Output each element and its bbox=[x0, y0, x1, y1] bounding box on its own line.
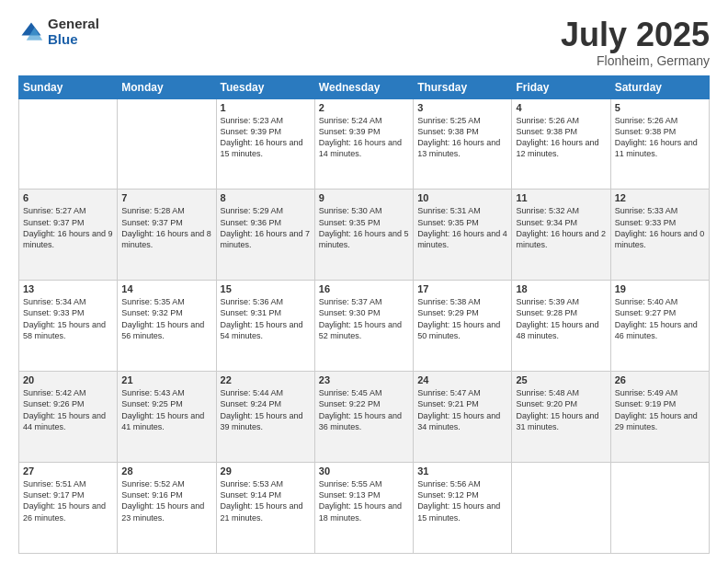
day-number: 14 bbox=[121, 283, 211, 294]
day-info: Sunrise: 5:36 AM Sunset: 9:31 PM Dayligh… bbox=[221, 296, 311, 341]
day-number: 5 bbox=[615, 102, 705, 113]
table-row: 14Sunrise: 5:35 AM Sunset: 9:32 PM Dayli… bbox=[118, 281, 216, 372]
day-info: Sunrise: 5:31 AM Sunset: 9:35 PM Dayligh… bbox=[417, 205, 507, 250]
day-number: 19 bbox=[615, 283, 705, 294]
table-row: 21Sunrise: 5:43 AM Sunset: 9:25 PM Dayli… bbox=[118, 372, 216, 463]
table-row: 19Sunrise: 5:40 AM Sunset: 9:27 PM Dayli… bbox=[610, 281, 709, 372]
day-number: 9 bbox=[319, 192, 409, 203]
table-row: 16Sunrise: 5:37 AM Sunset: 9:30 PM Dayli… bbox=[314, 281, 413, 372]
day-number: 21 bbox=[121, 374, 211, 385]
table-row: 31Sunrise: 5:56 AM Sunset: 9:12 PM Dayli… bbox=[414, 463, 512, 554]
col-sunday: Sunday bbox=[19, 75, 118, 98]
day-number: 18 bbox=[516, 283, 606, 294]
day-info: Sunrise: 5:45 AM Sunset: 9:22 PM Dayligh… bbox=[319, 387, 409, 432]
day-number: 8 bbox=[221, 192, 311, 203]
table-row: 3Sunrise: 5:25 AM Sunset: 9:38 PM Daylig… bbox=[414, 98, 512, 190]
day-number: 6 bbox=[23, 192, 113, 203]
day-number: 24 bbox=[417, 374, 507, 385]
table-row: 15Sunrise: 5:36 AM Sunset: 9:31 PM Dayli… bbox=[216, 281, 314, 372]
day-number: 13 bbox=[23, 283, 113, 294]
table-row: 25Sunrise: 5:48 AM Sunset: 9:20 PM Dayli… bbox=[512, 372, 610, 463]
page: General Blue July 2025 Flonheim, Germany… bbox=[0, 0, 728, 563]
calendar-week-row: 13Sunrise: 5:34 AM Sunset: 9:33 PM Dayli… bbox=[19, 281, 710, 372]
day-info: Sunrise: 5:49 AM Sunset: 9:19 PM Dayligh… bbox=[615, 387, 705, 432]
day-info: Sunrise: 5:32 AM Sunset: 9:34 PM Dayligh… bbox=[516, 205, 606, 250]
day-info: Sunrise: 5:23 AM Sunset: 9:39 PM Dayligh… bbox=[221, 115, 311, 160]
day-info: Sunrise: 5:34 AM Sunset: 9:33 PM Dayligh… bbox=[23, 296, 113, 341]
day-number: 27 bbox=[23, 465, 113, 477]
day-info: Sunrise: 5:53 AM Sunset: 9:14 PM Dayligh… bbox=[221, 478, 311, 523]
logo-blue-text: Blue bbox=[48, 32, 99, 48]
logo-text: General Blue bbox=[48, 17, 99, 47]
table-row: 23Sunrise: 5:45 AM Sunset: 9:22 PM Dayli… bbox=[314, 372, 413, 463]
day-number: 3 bbox=[417, 102, 507, 113]
day-info: Sunrise: 5:26 AM Sunset: 9:38 PM Dayligh… bbox=[516, 115, 606, 160]
day-info: Sunrise: 5:39 AM Sunset: 9:28 PM Dayligh… bbox=[516, 296, 606, 341]
day-info: Sunrise: 5:37 AM Sunset: 9:30 PM Dayligh… bbox=[319, 296, 409, 341]
day-info: Sunrise: 5:27 AM Sunset: 9:37 PM Dayligh… bbox=[23, 205, 113, 250]
day-info: Sunrise: 5:30 AM Sunset: 9:35 PM Dayligh… bbox=[319, 205, 409, 250]
col-wednesday: Wednesday bbox=[314, 75, 413, 98]
table-row bbox=[118, 98, 216, 190]
day-number: 23 bbox=[319, 374, 409, 385]
table-row: 30Sunrise: 5:55 AM Sunset: 9:13 PM Dayli… bbox=[314, 463, 413, 554]
day-number: 4 bbox=[516, 102, 606, 113]
day-number: 28 bbox=[121, 465, 211, 477]
day-info: Sunrise: 5:42 AM Sunset: 9:26 PM Dayligh… bbox=[23, 387, 113, 432]
logo: General Blue bbox=[18, 17, 99, 47]
day-number: 22 bbox=[221, 374, 311, 385]
day-number: 30 bbox=[319, 465, 409, 477]
day-info: Sunrise: 5:47 AM Sunset: 9:21 PM Dayligh… bbox=[417, 387, 507, 432]
day-number: 26 bbox=[615, 374, 705, 385]
table-row: 4Sunrise: 5:26 AM Sunset: 9:38 PM Daylig… bbox=[512, 98, 610, 190]
title-block: July 2025 Flonheim, Germany bbox=[561, 17, 710, 68]
day-info: Sunrise: 5:33 AM Sunset: 9:33 PM Dayligh… bbox=[615, 205, 705, 250]
day-number: 7 bbox=[121, 192, 211, 203]
day-number: 1 bbox=[221, 102, 311, 113]
day-info: Sunrise: 5:44 AM Sunset: 9:24 PM Dayligh… bbox=[221, 387, 311, 432]
day-number: 20 bbox=[23, 374, 113, 385]
table-row: 18Sunrise: 5:39 AM Sunset: 9:28 PM Dayli… bbox=[512, 281, 610, 372]
location: Flonheim, Germany bbox=[561, 53, 710, 68]
table-row: 8Sunrise: 5:29 AM Sunset: 9:36 PM Daylig… bbox=[216, 190, 314, 281]
day-info: Sunrise: 5:38 AM Sunset: 9:29 PM Dayligh… bbox=[417, 296, 507, 341]
day-number: 15 bbox=[221, 283, 311, 294]
day-number: 17 bbox=[417, 283, 507, 294]
day-number: 2 bbox=[319, 102, 409, 113]
table-row: 24Sunrise: 5:47 AM Sunset: 9:21 PM Dayli… bbox=[414, 372, 512, 463]
col-saturday: Saturday bbox=[610, 75, 709, 98]
day-number: 12 bbox=[615, 192, 705, 203]
logo-icon bbox=[18, 19, 44, 45]
day-number: 10 bbox=[417, 192, 507, 203]
table-row: 22Sunrise: 5:44 AM Sunset: 9:24 PM Dayli… bbox=[216, 372, 314, 463]
day-info: Sunrise: 5:29 AM Sunset: 9:36 PM Dayligh… bbox=[221, 205, 311, 250]
day-number: 11 bbox=[516, 192, 606, 203]
table-row: 6Sunrise: 5:27 AM Sunset: 9:37 PM Daylig… bbox=[19, 190, 118, 281]
table-row: 29Sunrise: 5:53 AM Sunset: 9:14 PM Dayli… bbox=[216, 463, 314, 554]
day-info: Sunrise: 5:35 AM Sunset: 9:32 PM Dayligh… bbox=[121, 296, 211, 341]
day-info: Sunrise: 5:24 AM Sunset: 9:39 PM Dayligh… bbox=[319, 115, 409, 160]
table-row: 28Sunrise: 5:52 AM Sunset: 9:16 PM Dayli… bbox=[118, 463, 216, 554]
day-info: Sunrise: 5:28 AM Sunset: 9:37 PM Dayligh… bbox=[121, 205, 211, 250]
table-row: 12Sunrise: 5:33 AM Sunset: 9:33 PM Dayli… bbox=[610, 190, 709, 281]
day-info: Sunrise: 5:25 AM Sunset: 9:38 PM Dayligh… bbox=[417, 115, 507, 160]
day-info: Sunrise: 5:55 AM Sunset: 9:13 PM Dayligh… bbox=[319, 478, 409, 523]
col-friday: Friday bbox=[512, 75, 610, 98]
calendar-week-row: 27Sunrise: 5:51 AM Sunset: 9:17 PM Dayli… bbox=[19, 463, 710, 554]
table-row: 2Sunrise: 5:24 AM Sunset: 9:39 PM Daylig… bbox=[314, 98, 413, 190]
day-info: Sunrise: 5:40 AM Sunset: 9:27 PM Dayligh… bbox=[615, 296, 705, 341]
col-monday: Monday bbox=[118, 75, 216, 98]
day-info: Sunrise: 5:52 AM Sunset: 9:16 PM Dayligh… bbox=[121, 478, 211, 523]
table-row bbox=[512, 463, 610, 554]
day-number: 16 bbox=[319, 283, 409, 294]
day-number: 25 bbox=[516, 374, 606, 385]
table-row: 20Sunrise: 5:42 AM Sunset: 9:26 PM Dayli… bbox=[19, 372, 118, 463]
table-row: 13Sunrise: 5:34 AM Sunset: 9:33 PM Dayli… bbox=[19, 281, 118, 372]
table-row: 26Sunrise: 5:49 AM Sunset: 9:19 PM Dayli… bbox=[610, 372, 709, 463]
header: General Blue July 2025 Flonheim, Germany bbox=[18, 17, 710, 68]
day-number: 29 bbox=[221, 465, 311, 477]
table-row: 10Sunrise: 5:31 AM Sunset: 9:35 PM Dayli… bbox=[414, 190, 512, 281]
col-tuesday: Tuesday bbox=[216, 75, 314, 98]
calendar-week-row: 1Sunrise: 5:23 AM Sunset: 9:39 PM Daylig… bbox=[19, 98, 710, 190]
day-number: 31 bbox=[417, 465, 507, 477]
